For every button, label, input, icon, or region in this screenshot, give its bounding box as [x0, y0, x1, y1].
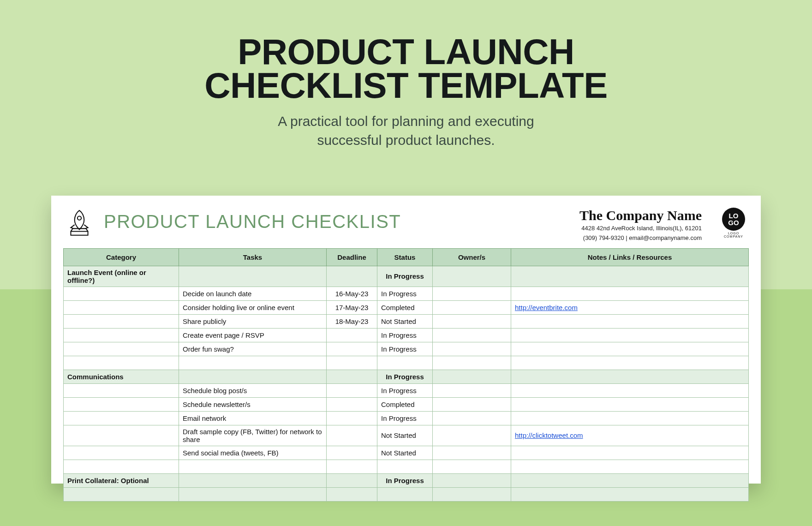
- page-title: PRODUCT LAUNCH CHECKLIST TEMPLATE: [0, 35, 812, 102]
- checklist-table: Category Tasks Deadline Status Owner/s N…: [63, 248, 749, 502]
- status-cell: Not Started: [377, 446, 433, 460]
- task-cell: Schedule newsletter/s: [179, 397, 327, 411]
- sheet-header: PRODUCT LAUNCH CHECKLIST The Company Nam…: [63, 207, 749, 243]
- deadline-cell: [327, 487, 377, 501]
- stage: PRODUCT LAUNCH CHECKLIST TEMPLATE A prac…: [0, 0, 812, 526]
- cell: [433, 370, 511, 383]
- owner-cell: [433, 383, 511, 397]
- owner-cell: [433, 411, 511, 425]
- section-status: In Progress: [377, 266, 433, 287]
- category-cell: [64, 356, 179, 370]
- notes-cell: [511, 446, 749, 460]
- owner-cell: [433, 342, 511, 356]
- status-cell: [377, 487, 433, 501]
- hero: PRODUCT LAUNCH CHECKLIST TEMPLATE A prac…: [0, 0, 812, 149]
- subtitle-line-1: A practical tool for planning and execut…: [278, 114, 534, 129]
- section-row: CommunicationsIn Progress: [64, 370, 749, 383]
- company-address: 4428 42nd AveRock Island, Illinois(IL), …: [579, 224, 702, 233]
- svg-point-0: [78, 216, 81, 220]
- resource-link[interactable]: http://eventbrite.com: [515, 304, 578, 311]
- status-cell: Completed: [377, 397, 433, 411]
- table-row: Email networkIn Progress: [64, 411, 749, 425]
- task-cell: [179, 460, 327, 473]
- section-name: Communications: [64, 370, 179, 383]
- owner-cell: [433, 487, 511, 501]
- logo-line-2: GO: [728, 219, 739, 226]
- category-cell: [64, 383, 179, 397]
- owner-cell: [433, 300, 511, 314]
- notes-cell: [511, 460, 749, 473]
- logo-icon: LO GO: [722, 208, 745, 231]
- cell: [511, 266, 749, 287]
- table-row: Send social media (tweets, FB)Not Starte…: [64, 446, 749, 460]
- owner-cell: [433, 287, 511, 300]
- task-cell: Send social media (tweets, FB): [179, 446, 327, 460]
- deadline-cell: 17-May-23: [327, 300, 377, 314]
- deadline-cell: 18-May-23: [327, 314, 377, 328]
- task-cell: Consider holding live or online event: [179, 300, 327, 314]
- category-cell: [64, 328, 179, 342]
- status-cell: Completed: [377, 300, 433, 314]
- category-cell: [64, 487, 179, 501]
- notes-cell: [511, 356, 749, 370]
- status-cell: [377, 460, 433, 473]
- cell: [179, 266, 327, 287]
- section-name: Launch Event (online or offline?): [64, 266, 179, 287]
- notes-cell: [511, 314, 749, 328]
- status-cell: [377, 356, 433, 370]
- status-cell: Not Started: [377, 425, 433, 446]
- section-row: Print Collateral: OptionalIn Progress: [64, 473, 749, 487]
- cell: [327, 370, 377, 383]
- category-cell: [64, 287, 179, 300]
- table-row: Decide on launch date16-May-23In Progres…: [64, 287, 749, 300]
- section-status: In Progress: [377, 473, 433, 487]
- owner-cell: [433, 425, 511, 446]
- subtitle-line-2: successful product launches.: [317, 132, 495, 148]
- deadline-cell: [327, 425, 377, 446]
- cell: [433, 266, 511, 287]
- sheet-title: PRODUCT LAUNCH CHECKLIST: [104, 211, 571, 232]
- task-cell: Decide on launch date: [179, 287, 327, 300]
- notes-cell: [511, 411, 749, 425]
- deadline-cell: [327, 411, 377, 425]
- category-cell: [64, 411, 179, 425]
- notes-cell: [511, 342, 749, 356]
- status-cell: In Progress: [377, 411, 433, 425]
- table-row: Schedule blog post/sIn Progress: [64, 383, 749, 397]
- category-cell: [64, 446, 179, 460]
- deadline-cell: [327, 460, 377, 473]
- task-cell: Share publicly: [179, 314, 327, 328]
- page-subtitle: A practical tool for planning and execut…: [0, 112, 812, 149]
- table-row: Draft sample copy (FB, Twitter) for netw…: [64, 425, 749, 446]
- category-cell: [64, 342, 179, 356]
- table-row: [64, 487, 749, 501]
- task-cell: [179, 487, 327, 501]
- resource-link[interactable]: http://clicktotweet.com: [515, 431, 583, 439]
- status-cell: Not Started: [377, 314, 433, 328]
- company-name: The Company Name: [579, 208, 702, 223]
- header-notes: Notes / Links / Resources: [511, 248, 749, 266]
- rocket-icon: [63, 207, 96, 239]
- task-cell: Schedule blog post/s: [179, 383, 327, 397]
- task-cell: Create event page / RSVP: [179, 328, 327, 342]
- category-cell: [64, 314, 179, 328]
- header-tasks: Tasks: [179, 248, 327, 266]
- cell: [179, 473, 327, 487]
- header-deadline: Deadline: [327, 248, 377, 266]
- status-cell: In Progress: [377, 328, 433, 342]
- owner-cell: [433, 460, 511, 473]
- cell: [433, 473, 511, 487]
- cell: [179, 370, 327, 383]
- deadline-cell: [327, 342, 377, 356]
- cell: [327, 266, 377, 287]
- owner-cell: [433, 397, 511, 411]
- notes-cell: [511, 397, 749, 411]
- deadline-cell: 16-May-23: [327, 287, 377, 300]
- company-contact: (309) 794-9320 | email@companyname.com: [579, 234, 702, 243]
- owner-cell: [433, 328, 511, 342]
- cell: [511, 473, 749, 487]
- deadline-cell: [327, 446, 377, 460]
- category-cell: [64, 425, 179, 446]
- task-cell: Draft sample copy (FB, Twitter) for netw…: [179, 425, 327, 446]
- notes-cell: [511, 328, 749, 342]
